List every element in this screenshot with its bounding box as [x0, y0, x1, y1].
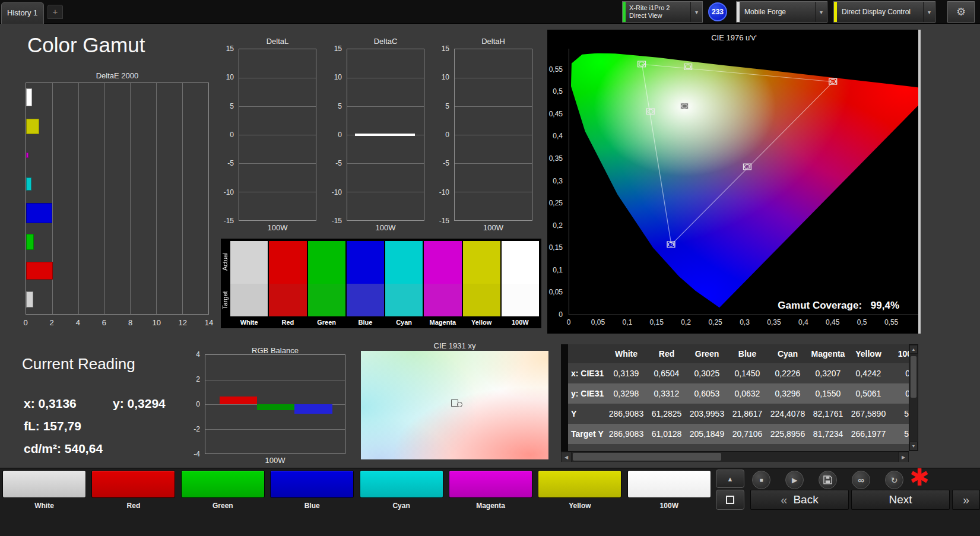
- cie-y-tick-label: 0,15: [549, 243, 563, 252]
- skip-forward-button[interactable]: »: [952, 490, 980, 510]
- delta-c-title: DeltaC: [347, 37, 424, 46]
- scroll-left-button[interactable]: ◀: [561, 452, 572, 462]
- patch-button-100w[interactable]: 100W: [627, 470, 711, 513]
- table-row-x-cie31[interactable]: x: CIE310,31390,65040,30250,14500,22260,…: [568, 363, 909, 383]
- table-cell: 81,7234: [808, 424, 848, 444]
- results-table: WhiteRedGreenBlueCyanMagentaYellow100W x…: [561, 344, 909, 462]
- axis-tick-label: -10: [332, 188, 342, 196]
- patch-swatch: [270, 470, 354, 498]
- delta-l-plot: [239, 49, 316, 221]
- scroll-right-button[interactable]: ▶: [898, 452, 909, 462]
- rgb-balance-title: RGB Balance: [205, 346, 345, 355]
- cie-y-tick-label: 0,3: [553, 177, 563, 185]
- swatch-target-red: [269, 284, 306, 316]
- table-header-row: WhiteRedGreenBlueCyanMagentaYellow100W: [568, 344, 909, 363]
- source-selector[interactable]: Mobile Forge ▾: [736, 1, 827, 23]
- chevron-down-icon[interactable]: ▾: [815, 2, 827, 22]
- back-button[interactable]: « Back: [750, 490, 849, 510]
- save-button[interactable]: [819, 471, 837, 489]
- gridline: [455, 106, 532, 107]
- deltae-axis-tick-label: 4: [76, 318, 80, 327]
- next-button[interactable]: Next: [851, 490, 950, 510]
- swatch-target-magenta: [424, 284, 461, 316]
- pattern-window-button[interactable]: [716, 490, 744, 510]
- gamut-coverage-label: Gamut Coverage:: [778, 300, 862, 311]
- axis-tick-label: 0: [445, 131, 449, 139]
- table-row-target-y[interactable]: Target Y286,908361,0128205,184920,710622…: [568, 424, 909, 444]
- swatch-actual-cyan: [385, 241, 423, 284]
- cie-y-axis: 00,050,10,150,20,250,30,350,40,450,50,55: [547, 30, 566, 334]
- table-cell: 0,0632: [727, 383, 767, 404]
- patch-button-yellow[interactable]: Yellow: [538, 470, 621, 513]
- horizontal-scrollbar[interactable]: ◀ ▶: [561, 451, 909, 462]
- scroll-down-icon: ▼: [912, 444, 916, 448]
- swatch-label: Red: [269, 318, 306, 328]
- patch-button-green[interactable]: Green: [181, 470, 265, 513]
- gridline: [239, 192, 316, 192]
- rgb-balance-bar-red: [220, 397, 257, 404]
- table-cell: 0,3296: [767, 383, 808, 404]
- delta-c-y-axis: 151050-5-10-15: [325, 49, 344, 221]
- cie-y-tick-label: 0,5: [553, 87, 563, 96]
- collapse-button[interactable]: ▲: [716, 470, 744, 488]
- table-row-y-cie31[interactable]: y: CIE310,32980,33120,60530,06320,32960,…: [568, 383, 909, 404]
- current-reading-x: x: 0,3136: [24, 397, 77, 411]
- table-gutter: [561, 344, 568, 462]
- swatch-label: Magenta: [424, 318, 461, 328]
- play-button[interactable]: ▶: [785, 471, 804, 489]
- cie-y-tick-label: 0,35: [549, 154, 563, 163]
- deltae-axis-tick-label: 12: [179, 318, 187, 327]
- axis-tick-label: 0: [196, 400, 200, 408]
- swatch-label: Blue: [347, 318, 384, 328]
- swatch-target-100w: [502, 284, 539, 316]
- axis-tick-label: -15: [332, 217, 342, 225]
- patch-label: Magenta: [449, 502, 532, 510]
- deltae-bar-100w: [26, 88, 32, 106]
- play-icon: ▶: [792, 476, 797, 484]
- stop-button[interactable]: ■: [752, 471, 770, 489]
- delta-l-title: DeltaL: [239, 37, 316, 46]
- scroll-thumb[interactable]: [911, 356, 916, 398]
- deltae-bar-row: [26, 285, 208, 314]
- display-control-selector[interactable]: Direct Display Control ▾: [833, 1, 935, 23]
- swatch-actual-yellow: [463, 241, 500, 284]
- next-label: Next: [889, 493, 912, 506]
- chevron-down-icon[interactable]: ▾: [923, 2, 935, 22]
- table-row-y[interactable]: Y286,908361,2825203,995321,8617224,40788…: [568, 404, 909, 424]
- settings-button[interactable]: ⚙: [947, 1, 975, 23]
- delta-l-y-axis: 151050-5-10-15: [217, 49, 236, 221]
- tab-history-1[interactable]: History 1: [1, 2, 44, 24]
- panel-edge-strip[interactable]: [918, 30, 921, 334]
- gamut-coverage-value: 99,4%: [871, 300, 899, 311]
- page-title: Color Gamut: [27, 33, 145, 57]
- table-row-label: Target Y: [568, 424, 606, 444]
- chevron-down-icon[interactable]: ▾: [690, 2, 702, 22]
- patch-button-white[interactable]: White: [2, 470, 86, 513]
- swatch-target-yellow: [463, 284, 500, 316]
- scroll-thumb[interactable]: [573, 453, 721, 461]
- table-cell: 0,1550: [808, 383, 848, 404]
- axis-tick-label: -5: [335, 159, 342, 167]
- vertical-scrollbar[interactable]: ▲ ▼: [909, 344, 918, 451]
- patch-swatch: [449, 470, 532, 498]
- deltae-chart-plot: [26, 83, 209, 315]
- table-header-green: Green: [687, 344, 727, 363]
- patch-button-magenta[interactable]: Magenta: [449, 470, 532, 513]
- patch-button-blue[interactable]: Blue: [270, 470, 354, 513]
- patch-label: Blue: [270, 502, 354, 510]
- delta-h-title: DeltaH: [454, 37, 532, 46]
- continuous-read-button[interactable]: ∞: [852, 471, 870, 489]
- meter-name: X-Rite i1Pro 2: [629, 4, 690, 12]
- scroll-down-button[interactable]: ▼: [909, 442, 918, 451]
- plus-icon: +: [53, 7, 58, 17]
- patch-button-red[interactable]: Red: [91, 470, 175, 513]
- add-tab-button[interactable]: +: [47, 5, 63, 19]
- cie-x-tick-label: 0,35: [761, 318, 787, 326]
- table-cell: 61,2825: [646, 404, 687, 424]
- reading-count-badge[interactable]: 233: [708, 2, 727, 21]
- table-cell: 0,3312: [646, 383, 687, 404]
- scroll-up-button[interactable]: ▲: [909, 345, 918, 354]
- refresh-button[interactable]: ↻: [885, 471, 903, 489]
- patch-button-cyan[interactable]: Cyan: [360, 470, 443, 513]
- meter-selector[interactable]: X-Rite i1Pro 2 Direct View ▾: [622, 1, 703, 23]
